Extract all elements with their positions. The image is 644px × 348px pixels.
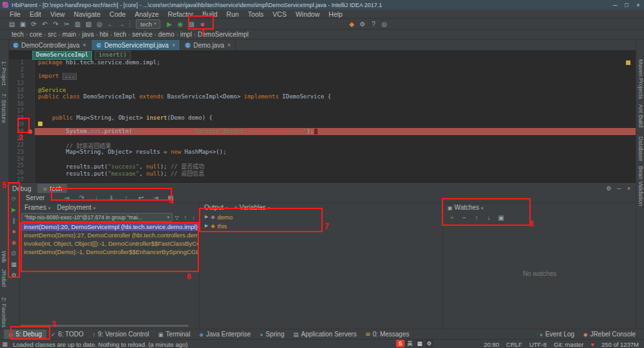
- expand-arrow-icon[interactable]: ▶: [205, 223, 208, 228]
- tab-democontroller-java[interactable]: CDemoController.java×: [8, 40, 91, 50]
- maximize-icon[interactable]: □: [621, 2, 632, 8]
- crumb-demoserviceimpl[interactable]: DemoServiceImpl: [196, 31, 250, 38]
- code-text[interactable]: [35, 66, 636, 73]
- close-icon[interactable]: ×: [632, 2, 644, 8]
- menu-build[interactable]: Build: [198, 10, 222, 18]
- variable-this[interactable]: ▶◆this: [200, 221, 443, 230]
- back-icon[interactable]: ←: [105, 21, 116, 28]
- next-frame-icon[interactable]: ↓: [189, 215, 198, 221]
- code-text[interactable]: [35, 121, 636, 128]
- move-watch-up-icon[interactable]: ↑: [473, 214, 480, 221]
- breakpoint-icon[interactable]: [26, 128, 35, 135]
- restore-layout-icon[interactable]: ▦: [11, 262, 17, 268]
- encoding[interactable]: UTF-8: [529, 341, 547, 348]
- tool-button-9-version-control[interactable]: ↕9: Version Control: [88, 329, 154, 340]
- tool-button-spring[interactable]: ●Spring: [255, 329, 289, 340]
- move-watch-down-icon[interactable]: ↓: [485, 214, 493, 221]
- rerun-icon[interactable]: ⟳: [12, 196, 17, 202]
- menu-edit[interactable]: Edit: [25, 10, 46, 18]
- stack-frame[interactable]: insertDemo(Demo):27, DemoController (hbi…: [20, 231, 199, 239]
- thread-select[interactable]: "http-nio-8080-exec-10"@17,674 in group …: [21, 213, 173, 222]
- find-icon[interactable]: ◎: [94, 21, 105, 28]
- settings-icon[interactable]: ⚙: [357, 21, 368, 28]
- help-icon[interactable]: ?: [368, 21, 379, 28]
- tab-demo-java[interactable]: CDemo.java×: [180, 40, 236, 50]
- menu-view[interactable]: View: [46, 10, 70, 18]
- ime-keyboard-icon[interactable]: ▦: [415, 340, 424, 347]
- jrebel-icon[interactable]: ◆: [346, 21, 357, 28]
- stack-frame[interactable]: insertDemo(Demo):-1, DemoController$$Enh…: [20, 248, 199, 256]
- minimize-icon[interactable]: ─: [609, 2, 621, 8]
- forward-icon[interactable]: →: [116, 21, 127, 28]
- step-out-icon[interactable]: ↑: [118, 194, 133, 201]
- tool-strip-maven-projects[interactable]: Maven Projects: [638, 59, 644, 99]
- memory-indicator[interactable]: 250 of 1237M: [601, 341, 639, 348]
- code-text[interactable]: results.put("success", null); // 是否成功: [35, 162, 636, 169]
- crumb-core[interactable]: core: [28, 31, 43, 38]
- duplicate-watch-icon[interactable]: ▣: [497, 214, 505, 221]
- mute-breakpoints-icon[interactable]: ∅: [12, 251, 17, 257]
- stop-icon[interactable]: ■: [196, 21, 207, 28]
- thread-filter-icon[interactable]: ▽: [173, 215, 181, 221]
- cut-icon[interactable]: ✂: [61, 21, 72, 28]
- tool-strip-2-favorites[interactable]: 2: Favorites: [1, 297, 7, 327]
- code-text[interactable]: Map<String, Object> results = new HashMa…: [35, 149, 636, 156]
- sync-icon[interactable]: ⟳: [28, 21, 39, 28]
- tool-button-event-log[interactable]: ●Event Log: [535, 329, 579, 340]
- open-icon[interactable]: ▤: [6, 21, 17, 28]
- code-text[interactable]: public Map<String, Object> insert(Demo d…: [35, 114, 636, 122]
- tool-button-6-todo[interactable]: ✓6: TODO: [46, 329, 88, 340]
- dbg-close-icon[interactable]: ×: [627, 185, 630, 192]
- tool-strip-ant-build[interactable]: Ant Build: [638, 104, 644, 127]
- copy-icon[interactable]: ▥: [72, 21, 83, 28]
- code-text[interactable]: System.out.println("---------------- Ser…: [35, 128, 636, 135]
- code-editor[interactable]: DemoServiceImplinsert() 1package hbi.tec…: [8, 50, 636, 183]
- run-icon[interactable]: ▶: [164, 21, 175, 28]
- tool-button-application-servers[interactable]: ▤Application Servers: [289, 329, 361, 340]
- crumb-impl[interactable]: impl: [179, 31, 193, 38]
- menu-file[interactable]: File: [5, 10, 25, 18]
- tool-strip-1-project[interactable]: 1: Project: [1, 61, 7, 86]
- deployment-dropdown[interactable]: Deployment: [57, 204, 95, 211]
- breadcrumb-chip-demoserviceimpl[interactable]: DemoServiceImpl: [32, 51, 92, 60]
- crumb-src[interactable]: src: [46, 31, 57, 38]
- watches-header[interactable]: Watches: [448, 204, 484, 211]
- stack-frame[interactable]: invoke(int, Object, Object[]):-1, DemoCo…: [20, 239, 199, 248]
- menu-window[interactable]: Window: [291, 10, 324, 18]
- code-text[interactable]: // 封装返回结果: [35, 142, 636, 149]
- stop-icon[interactable]: ■: [12, 229, 15, 235]
- menu-code[interactable]: Code: [105, 10, 130, 18]
- drop-frame-icon[interactable]: ↩: [133, 194, 148, 201]
- menu-vcs[interactable]: VCS: [268, 10, 291, 18]
- code-text[interactable]: [35, 156, 636, 163]
- code-text[interactable]: [35, 80, 636, 87]
- undo-icon[interactable]: ↶: [39, 21, 50, 28]
- caret-position[interactable]: 20:80: [484, 341, 499, 348]
- paste-icon[interactable]: ▧: [83, 21, 94, 28]
- remove-watch-icon[interactable]: −: [460, 214, 468, 221]
- sogou-icon[interactable]: S: [396, 340, 404, 347]
- code-text[interactable]: import ...: [35, 73, 636, 80]
- menu-refactor[interactable]: Refactor: [164, 10, 198, 18]
- tab-demoserviceimpl-java[interactable]: CDemoServiceImpl.java×: [91, 40, 180, 50]
- redo-icon[interactable]: ↷: [50, 21, 61, 28]
- tab-output[interactable]: Output: [204, 204, 228, 211]
- crumb-hbi[interactable]: hbi: [99, 31, 109, 38]
- menu-tools[interactable]: Tools: [243, 10, 269, 18]
- run-to-cursor-icon[interactable]: ⇥: [148, 194, 163, 201]
- evaluate-expression-icon[interactable]: ▦: [163, 194, 178, 201]
- tool-button-terminal[interactable]: ▣Terminal: [154, 329, 195, 340]
- frames-dropdown[interactable]: Frames: [24, 204, 50, 211]
- tool-strip-7-structure[interactable]: 7: Structure: [1, 93, 7, 124]
- tool-window-switcher-icon[interactable]: ▦: [0, 341, 10, 347]
- tool-strip-jrebel[interactable]: JRebel: [1, 269, 7, 287]
- close-icon[interactable]: ×: [227, 42, 231, 48]
- debug-session-tab[interactable]: ◉ tech: [37, 184, 67, 193]
- tool-button-5-debug[interactable]: ◉5: Debug: [4, 329, 46, 340]
- pause-icon[interactable]: ∥: [12, 218, 15, 224]
- crumb-main[interactable]: main: [61, 31, 78, 38]
- view-breakpoints-icon[interactable]: ◉: [12, 240, 17, 246]
- variable-demo[interactable]: ▶◆demo: [200, 212, 443, 221]
- tool-button-0-messages[interactable]: ✉0: Messages: [361, 329, 414, 340]
- breadcrumb-chip-insert[interactable]: insert(): [95, 51, 130, 60]
